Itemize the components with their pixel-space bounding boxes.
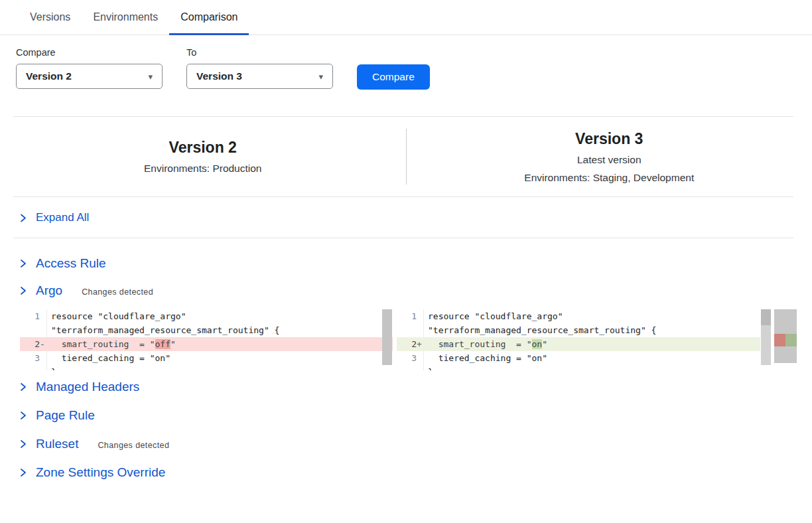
diff-line-clipped: } [20, 365, 393, 370]
tab-environments[interactable]: Environments [82, 2, 169, 35]
comparison-page: Versions Environments Comparison Compare… [0, 0, 812, 523]
version-right-tagline: Latest version [577, 154, 642, 166]
section-argo[interactable]: Argo Changes detected [0, 283, 812, 298]
compare-to-value: Version 3 [196, 70, 242, 82]
diff-line: 3 tiered_caching = "on" [397, 351, 760, 365]
diff-line-wrap: "terraform_managed_resource_smart_routin… [397, 323, 760, 337]
section-label: Managed Headers [36, 380, 139, 394]
version-right-header: Version 3 Latest version Environments: S… [407, 118, 812, 195]
diff-panel-right: 1 resource "cloudflare_argo" "terraform_… [397, 309, 797, 370]
expand-all-toggle[interactable]: Expand All [0, 197, 812, 238]
diff-line-clipped: } [397, 365, 760, 370]
diff-line: 1 resource "cloudflare_argo" [397, 309, 760, 323]
scrollbar-thumb[interactable] [761, 309, 771, 325]
added-word-highlight: on [532, 339, 543, 349]
section-label: Ruleset [36, 437, 78, 451]
section-label: Zone Settings Override [36, 465, 165, 480]
version-headers: Version 2 Environments: Production Versi… [0, 117, 812, 196]
diff-code-left: 1 resource "cloudflare_argo" "terraform_… [20, 309, 393, 370]
compare-from-value: Version 2 [26, 70, 72, 82]
diff-code-right: 1 resource "cloudflare_argo" "terraform_… [397, 309, 760, 370]
version-right-environments: Environments: Staging, Development [524, 172, 694, 184]
section-managed-headers[interactable]: Managed Headers [0, 380, 812, 394]
divider [13, 238, 793, 238]
compare-form: Compare Version 2 ▾ To Version 3 ▾ Compa… [0, 35, 812, 90]
chevron-right-icon [19, 439, 27, 449]
compare-from-select[interactable]: Version 2 ▾ [16, 64, 163, 89]
argo-diff: 1 resource "cloudflare_argo" "terraform_… [20, 309, 812, 370]
expand-all-label: Expand All [36, 211, 89, 224]
chevron-right-icon [19, 213, 27, 223]
diff-line-wrap: "terraform_managed_resource_smart_routin… [20, 323, 393, 337]
version-left-header: Version 2 Environments: Production [0, 118, 406, 195]
ruler-removed-mark [774, 334, 785, 346]
section-page-rule[interactable]: Page Rule [0, 408, 812, 423]
section-zone-settings-override[interactable]: Zone Settings Override [0, 465, 812, 480]
diff-line-removed: 2- smart_routing = "off" [20, 337, 393, 351]
version-left-title: Version 2 [169, 139, 237, 157]
diff-line: 1 resource "cloudflare_argo" [20, 309, 393, 323]
compare-from-group: Compare Version 2 ▾ [16, 47, 163, 90]
ruler-added-mark [785, 334, 797, 346]
section-label: Page Rule [36, 408, 95, 423]
tab-bar: Versions Environments Comparison [0, 0, 812, 35]
section-access-rule[interactable]: Access Rule [0, 256, 812, 271]
tab-comparison[interactable]: Comparison [169, 2, 249, 35]
chevron-right-icon [19, 410, 27, 421]
compare-to-label: To [186, 47, 333, 58]
changes-detected-badge: Changes detected [82, 285, 153, 297]
section-label: Argo [36, 283, 62, 298]
chevron-right-icon [19, 382, 27, 392]
compare-to-group: To Version 3 ▾ [186, 47, 333, 90]
removed-word-highlight: off [155, 339, 170, 349]
changes-detected-badge: Changes detected [98, 439, 169, 450]
version-right-title: Version 3 [575, 130, 643, 148]
caret-down-icon: ▾ [148, 72, 153, 81]
section-label: Access Rule [36, 256, 106, 271]
diff-right-scrollbar[interactable] [761, 309, 771, 365]
compare-from-label: Compare [16, 47, 163, 58]
diff-panel-left: 1 resource "cloudflare_argo" "terraform_… [20, 309, 393, 370]
chevron-right-icon [19, 285, 27, 296]
chevron-right-icon [19, 467, 27, 478]
chevron-right-icon [19, 258, 27, 269]
diff-line-added: 2+ smart_routing = "on" [397, 337, 760, 351]
tab-versions[interactable]: Versions [19, 2, 82, 35]
version-left-environments: Environments: Production [144, 163, 261, 175]
diff-overview-ruler[interactable] [774, 309, 797, 363]
caret-down-icon: ▾ [318, 72, 323, 81]
compare-to-select[interactable]: Version 3 ▾ [186, 64, 333, 89]
diff-line: 3 tiered_caching = "on" [20, 351, 393, 365]
scrollbar-thumb[interactable] [382, 309, 392, 365]
diff-left-scrollbar[interactable] [382, 309, 392, 365]
compare-button[interactable]: Compare [357, 64, 430, 90]
section-ruleset[interactable]: Ruleset Changes detected [0, 437, 812, 451]
